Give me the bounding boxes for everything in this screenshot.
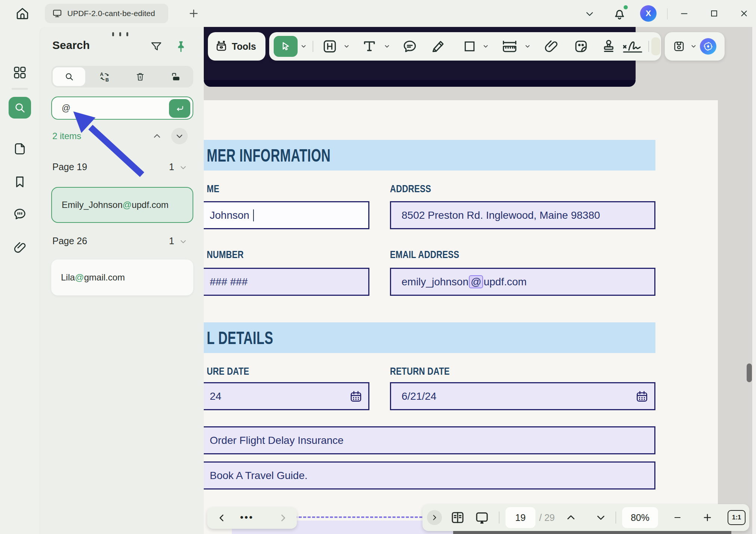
search-result[interactable]: Lila@gmail.com [51, 260, 193, 295]
select-tool-dropdown-icon[interactable] [300, 43, 307, 50]
save-icon[interactable] [672, 40, 686, 53]
stamp-tool-icon[interactable] [600, 38, 617, 55]
view-controls-bar: 19 / 29 80% 1:1 [422, 504, 749, 531]
search-tab-icon [64, 71, 74, 82]
next-page-chevron-icon[interactable] [595, 512, 606, 523]
flight-insurance-label: Order Flight Delay Insurance [210, 435, 344, 446]
email-field[interactable]: emily_johnson@updf.com [390, 268, 655, 296]
result-before: Emily_Johnson [62, 200, 123, 210]
save-dropdown-icon[interactable] [690, 43, 697, 50]
heading-dropdown-icon[interactable] [343, 43, 350, 50]
return-date-field[interactable]: 6/21/24 [390, 382, 655, 410]
redact-icon [170, 71, 181, 82]
shape-tool-icon[interactable] [462, 38, 477, 55]
return-date-label: RETURN DATE [390, 365, 450, 378]
search-result-selected[interactable]: Emily_Johnson@updf.com [51, 187, 193, 223]
home-icon[interactable] [14, 5, 31, 22]
signature-tool-icon[interactable] [621, 38, 644, 55]
travel-guide-option[interactable]: Book A Travel Guide. [204, 461, 655, 490]
minimize-button[interactable] [677, 7, 691, 20]
enter-icon [175, 104, 185, 113]
collapse-group-icon[interactable] [179, 164, 187, 171]
heading-tool-icon[interactable] [322, 38, 338, 55]
next-page-icon[interactable] [278, 513, 288, 523]
result-group-header[interactable]: Page 26 1 [52, 236, 192, 248]
zoom-out-icon[interactable] [672, 513, 683, 522]
section2-title: L DETAILS [207, 328, 273, 348]
text-tool-icon[interactable] [361, 38, 378, 55]
sidebar-item-pages[interactable] [12, 141, 27, 156]
number-field[interactable]: ### ### [204, 268, 369, 296]
tab-redact[interactable] [158, 66, 193, 88]
tab-delete[interactable] [122, 66, 158, 88]
add-tab-icon[interactable] [188, 7, 200, 19]
flight-insurance-option[interactable]: Order Flight Delay Insurance [204, 426, 655, 454]
address-value: 8502 Preston Rd. Inglewood, Maine 98380 [402, 209, 600, 221]
name-field[interactable]: Johnson [204, 201, 369, 229]
chevron-down-icon[interactable] [583, 9, 596, 19]
email-before: emily_johnson [402, 276, 468, 288]
departure-date-value: 24 [210, 390, 221, 402]
titlebar-divider [667, 8, 668, 19]
sidebar-item-search[interactable] [9, 97, 31, 119]
previous-page-chevron-icon[interactable] [565, 512, 577, 523]
presentation-icon[interactable] [473, 510, 491, 525]
search-input[interactable]: @ [51, 96, 193, 120]
prev-page-icon[interactable] [217, 513, 227, 523]
maximize-button[interactable] [707, 7, 721, 20]
panel-drag-handle[interactable] [112, 32, 128, 36]
calendar-icon[interactable] [635, 389, 649, 403]
sidebar-item-bookmarks[interactable] [12, 174, 27, 189]
sidebar-item-comments[interactable] [12, 207, 27, 222]
page-number-input[interactable]: 19 [505, 507, 535, 528]
tab-replace[interactable]: A B [87, 66, 122, 88]
sticker-tool-icon[interactable] [573, 38, 589, 55]
document-tab[interactable]: UPDF-2.0-cant-be-edited [45, 4, 168, 23]
expand-controls-button[interactable] [427, 510, 442, 525]
name-value: Johnson [210, 209, 249, 221]
previous-result-button[interactable] [151, 132, 163, 141]
search-mode-tabs: A B [51, 66, 193, 88]
window-titlebar: UPDF-2.0-cant-be-edited X [0, 0, 756, 27]
avatar[interactable]: X [640, 5, 657, 22]
comment-tool-icon[interactable] [402, 38, 418, 55]
highlighter-tool-icon[interactable] [430, 38, 446, 55]
address-field[interactable]: 8502 Preston Rd. Inglewood, Maine 98380 [390, 201, 655, 229]
departure-date-field[interactable]: 24 [204, 382, 369, 410]
tab-search[interactable] [53, 67, 85, 86]
email-label: EMAIL ADDRESS [390, 249, 459, 261]
shape-dropdown-icon[interactable] [482, 43, 489, 50]
grid-menu-icon[interactable] [12, 65, 27, 80]
zoom-level-control[interactable]: 80% [622, 507, 658, 528]
calendar-icon[interactable] [349, 389, 363, 403]
result-after: gmail.com [84, 272, 125, 282]
next-result-button[interactable] [171, 128, 188, 144]
email-value: emily_johnson@updf.com [402, 276, 527, 288]
text-dropdown-icon[interactable] [384, 43, 390, 50]
updf-app-window: MER INFORMATION ME ADDRESS Johnson 8502 … [0, 0, 756, 534]
ai-assistant-button[interactable] [700, 38, 716, 55]
measure-tool-icon[interactable] [500, 38, 519, 55]
annotation-toolbar [269, 32, 661, 61]
more-pages-button[interactable]: ••• [240, 512, 253, 523]
collapse-group-icon[interactable] [179, 238, 187, 245]
page-total: / 29 [539, 512, 555, 523]
measure-dropdown-icon[interactable] [524, 43, 531, 50]
section1-title: MER INFORMATION [207, 145, 331, 166]
select-tool-button[interactable] [274, 36, 298, 57]
two-page-view-icon[interactable] [449, 510, 466, 525]
vertical-scrollbar-thumb[interactable] [747, 363, 752, 382]
actual-size-button[interactable]: 1:1 [728, 510, 746, 525]
group-count: 1 [169, 236, 174, 246]
close-button[interactable] [737, 7, 751, 20]
tools-button[interactable]: Tools [208, 32, 265, 61]
sidebar-item-attachments[interactable] [12, 240, 27, 255]
attach-tool-icon[interactable] [543, 38, 559, 55]
result-before: Lila [61, 272, 75, 282]
search-submit-button[interactable] [169, 99, 190, 118]
filter-icon[interactable] [150, 40, 163, 54]
result-group-header[interactable]: Page 19 1 [52, 162, 192, 174]
pin-icon[interactable] [174, 38, 188, 55]
zoom-in-icon[interactable] [702, 512, 713, 523]
address-label: ADDRESS [390, 183, 431, 195]
